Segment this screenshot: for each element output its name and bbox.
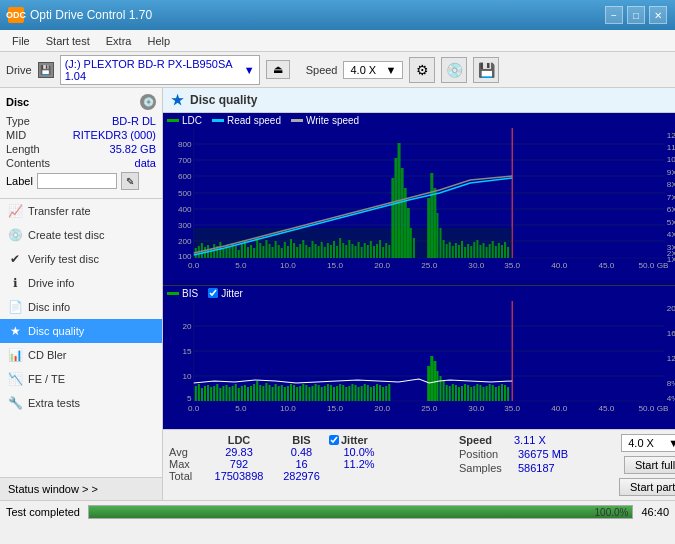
svg-rect-237 (479, 385, 481, 401)
svg-rect-51 (256, 238, 258, 258)
sidebar-item-disc-info[interactable]: 📄 Disc info (0, 295, 162, 319)
sidebar-label-fe-te: FE / TE (28, 373, 65, 385)
bis-color (167, 292, 179, 295)
svg-rect-176 (256, 381, 258, 401)
sidebar-item-create-test-disc[interactable]: 💿 Create test disc (0, 223, 162, 247)
svg-rect-217 (382, 387, 384, 401)
start-part-button[interactable]: Start part (619, 478, 675, 496)
svg-rect-81 (348, 240, 350, 258)
svg-rect-244 (501, 384, 503, 401)
bis-legend: BIS (167, 288, 198, 299)
start-full-button[interactable]: Start full (624, 456, 675, 474)
menu-start-test[interactable]: Start test (38, 33, 98, 49)
menu-extra[interactable]: Extra (98, 33, 140, 49)
disc-icon-btn[interactable]: 💿 (441, 57, 467, 83)
svg-rect-124 (492, 241, 494, 258)
svg-rect-224 (439, 376, 441, 401)
svg-rect-158 (201, 388, 203, 401)
svg-text:30.0: 30.0 (468, 261, 484, 268)
disc-label-btn[interactable]: ✎ (121, 172, 139, 190)
svg-rect-166 (225, 385, 227, 401)
max-jitter: 11.2% (329, 458, 389, 470)
write-speed-color (291, 119, 303, 122)
drive-icon: 💾 (38, 62, 54, 78)
svg-rect-196 (318, 385, 320, 401)
svg-rect-232 (464, 384, 466, 401)
svg-rect-230 (458, 387, 460, 401)
svg-rect-222 (433, 361, 436, 401)
svg-rect-163 (216, 384, 218, 401)
speed-label: Speed (306, 64, 338, 76)
disc-info-icon: 📄 (8, 300, 22, 314)
status-window-button[interactable]: Status window > > (0, 477, 162, 500)
svg-rect-184 (281, 385, 283, 401)
menu-file[interactable]: File (4, 33, 38, 49)
svg-rect-180 (268, 385, 270, 401)
bottom-speed-dropdown[interactable]: 4.0 X ▼ (621, 434, 675, 452)
svg-rect-210 (361, 386, 363, 401)
progress-fill (89, 506, 632, 518)
sidebar-item-drive-info[interactable]: ℹ Drive info (0, 271, 162, 295)
progress-bar: 100.0% (88, 505, 633, 519)
position-label: Position (459, 448, 514, 460)
svg-rect-122 (486, 247, 488, 258)
svg-rect-128 (504, 242, 506, 258)
svg-text:800: 800 (178, 140, 192, 149)
maximize-button[interactable]: □ (627, 6, 645, 24)
svg-rect-82 (351, 244, 353, 258)
svg-rect-77 (336, 246, 338, 258)
menu-help[interactable]: Help (139, 33, 178, 49)
sidebar-item-transfer-rate[interactable]: 📈 Transfer rate (0, 199, 162, 223)
sidebar-item-fe-te[interactable]: 📉 FE / TE (0, 367, 162, 391)
svg-rect-157 (198, 384, 200, 401)
eject-button[interactable]: ⏏ (266, 60, 290, 79)
svg-text:10.0: 10.0 (280, 261, 296, 268)
sidebar-item-extra-tests[interactable]: 🔧 Extra tests (0, 391, 162, 415)
speed-dropdown[interactable]: 4.0 X ▼ (343, 61, 403, 79)
svg-rect-45 (238, 250, 240, 258)
svg-rect-64 (296, 247, 298, 258)
sidebar-item-disc-quality[interactable]: ★ Disc quality (0, 319, 162, 343)
svg-text:50.0 GB: 50.0 GB (639, 261, 669, 268)
drive-dropdown[interactable]: (J:) PLEXTOR BD-R PX-LB950SA 1.04 ▼ (60, 55, 260, 85)
max-ldc: 792 (204, 458, 274, 470)
svg-text:20.0: 20.0 (374, 261, 390, 268)
disc-info-panel: Disc 💿 Type BD-R DL MID RITEKDR3 (000) L… (0, 88, 162, 199)
svg-rect-52 (259, 243, 261, 258)
svg-rect-109 (446, 244, 448, 258)
svg-text:12X: 12X (667, 131, 675, 140)
svg-text:300: 300 (178, 221, 192, 230)
svg-rect-165 (222, 386, 224, 401)
svg-rect-60 (284, 242, 286, 258)
sidebar-label-disc-info: Disc info (28, 301, 70, 313)
disc-quality-icon: ★ (8, 324, 22, 338)
svg-rect-125 (495, 246, 497, 258)
svg-rect-95 (391, 178, 394, 258)
jitter-col-checkbox[interactable] (329, 435, 339, 445)
svg-rect-245 (504, 385, 506, 401)
svg-text:35.0: 35.0 (504, 404, 520, 411)
disc-length-row: Length 35.82 GB (6, 142, 156, 156)
svg-rect-173 (247, 387, 249, 401)
svg-rect-50 (253, 248, 255, 258)
disc-label-input[interactable] (37, 173, 117, 189)
svg-rect-214 (373, 386, 375, 401)
svg-text:0.0: 0.0 (188, 404, 200, 411)
svg-rect-40 (222, 248, 224, 258)
minimize-button[interactable]: − (605, 6, 623, 24)
svg-text:30.0: 30.0 (468, 404, 484, 411)
svg-text:7X: 7X (667, 193, 675, 202)
avg-bis: 0.48 (274, 446, 329, 458)
svg-rect-208 (354, 385, 356, 401)
svg-rect-190 (299, 386, 301, 401)
settings-icon-btn[interactable]: ⚙ (409, 57, 435, 83)
svg-rect-172 (244, 385, 246, 401)
svg-text:10.0: 10.0 (280, 404, 296, 411)
svg-rect-209 (358, 387, 360, 401)
sidebar-item-cd-bler[interactable]: 📊 CD Bler (0, 343, 162, 367)
svg-text:20%: 20% (667, 304, 675, 313)
save-icon-btn[interactable]: 💾 (473, 57, 499, 83)
jitter-checkbox[interactable] (208, 288, 218, 298)
sidebar-item-verify-test-disc[interactable]: ✔ Verify test disc (0, 247, 162, 271)
close-button[interactable]: ✕ (649, 6, 667, 24)
